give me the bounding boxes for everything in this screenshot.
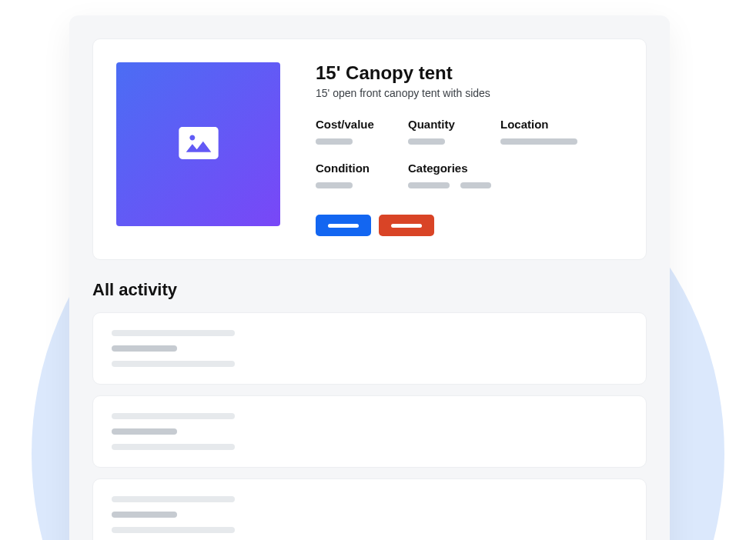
location-label: Location — [500, 118, 577, 131]
item-subtitle: 15' open front canopy tent with sides — [316, 87, 623, 99]
categories-label: Categories — [408, 162, 491, 175]
danger-action-button[interactable] — [379, 215, 434, 236]
activity-item — [92, 395, 647, 468]
condition-label: Condition — [316, 162, 377, 175]
quantity-value-placeholder — [408, 138, 445, 145]
activity-line-placeholder — [112, 496, 235, 502]
activity-item — [92, 478, 647, 540]
activity-line-placeholder — [112, 444, 235, 450]
page-container: 15' Canopy tent 15' open front canopy te… — [69, 15, 670, 540]
action-buttons — [316, 215, 623, 236]
cost-value-placeholder — [316, 138, 353, 145]
activity-line-placeholder — [112, 512, 177, 518]
activity-line-placeholder — [112, 345, 177, 352]
activity-section-title: All activity — [92, 280, 647, 300]
item-image-placeholder — [116, 62, 280, 226]
cost-block: Cost/value — [316, 118, 377, 145]
info-row-2: Condition Categories — [316, 162, 623, 188]
condition-block: Condition — [316, 162, 377, 188]
primary-action-button[interactable] — [316, 215, 371, 236]
activity-line-placeholder — [112, 428, 177, 435]
info-row-1: Cost/value Quantity Location — [316, 118, 623, 145]
quantity-block: Quantity — [408, 118, 470, 145]
quantity-label: Quantity — [408, 118, 470, 131]
activity-item — [92, 312, 647, 385]
activity-line-placeholder — [112, 361, 235, 367]
activity-line-placeholder — [112, 330, 235, 336]
activity-line-placeholder — [112, 527, 235, 533]
item-detail-content: 15' Canopy tent 15' open front canopy te… — [316, 62, 623, 236]
categories-block: Categories — [408, 162, 491, 188]
image-icon — [177, 122, 220, 168]
item-detail-card: 15' Canopy tent 15' open front canopy te… — [92, 38, 647, 260]
location-value-placeholder — [500, 138, 577, 145]
cost-label: Cost/value — [316, 118, 377, 131]
activity-line-placeholder — [112, 413, 235, 419]
item-title: 15' Canopy tent — [316, 62, 623, 84]
categories-value-placeholder — [408, 182, 491, 188]
condition-value-placeholder — [316, 182, 353, 188]
location-block: Location — [500, 118, 577, 145]
